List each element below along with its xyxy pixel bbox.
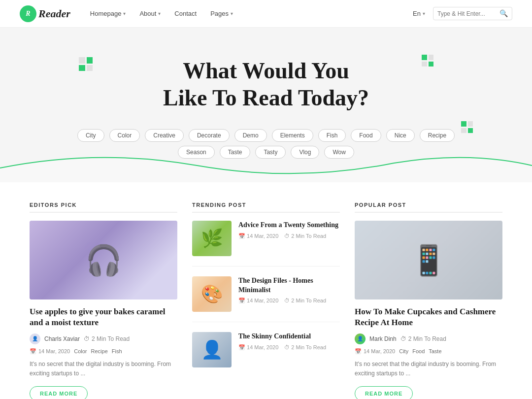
earbuds-illustration (30, 221, 177, 299)
post-read-time: ⏱ 2 Min To Read (284, 233, 326, 239)
editors-pick-image (30, 221, 177, 299)
category-tag[interactable]: Recipe (420, 129, 455, 142)
post-meta: 📅 14 Mar, 2020⏱ 2 Min To Read (238, 298, 340, 304)
post-meta: 📅 14 Mar, 2020⏱ 2 Min To Read (238, 344, 340, 351)
clock-icon: ⏱ (84, 335, 90, 342)
tag-color[interactable]: Color (74, 348, 87, 354)
post-date: 📅 14 Mar, 2020 (238, 344, 278, 351)
tag-fish[interactable]: Fish (112, 348, 122, 354)
search-icon[interactable]: 🔍 (499, 9, 508, 18)
chevron-down-icon: ▾ (423, 11, 425, 16)
article-excerpt: It's no secret that the digital industry… (30, 360, 177, 378)
meta-row: 📅 14 Mar, 2020 Color Recipe Fish (30, 348, 177, 355)
category-tag[interactable]: Nice (386, 129, 415, 142)
popular-meta-row: 📅 14 Mar, 2020 City Food Taste (355, 348, 502, 355)
read-more-button[interactable]: READ MORE (30, 386, 88, 399)
post-title[interactable]: The Design Files - Homes Minimalist (238, 276, 340, 294)
category-tags-row2: SeasonTasteTastyVlogWow (20, 146, 512, 159)
decoration-plus-right (422, 55, 433, 66)
post-thumbnail (192, 221, 232, 256)
editors-pick-title: EDITORS PICK (30, 202, 177, 213)
category-tag[interactable]: Creative (145, 129, 184, 142)
popular-author-row: 👤 Mark Dinh ⏱ 2 Min To Read (355, 333, 502, 344)
popular-author-name: Mark Dinh (369, 335, 397, 342)
nav-homepage[interactable]: Homepage ▾ (90, 10, 126, 17)
tag-recipe[interactable]: Recipe (91, 348, 108, 354)
category-tag[interactable]: Vlog (291, 146, 319, 159)
author-row: 👤 Charls Xaviar ⏱ 2 Min To Read (30, 333, 177, 344)
post-read-time: ⏱ 2 Min To Read (284, 298, 326, 303)
category-tag[interactable]: Tasty (255, 146, 286, 159)
trending-posts: Advice From a Twenty Something📅 14 Mar, … (192, 221, 340, 377)
trending-post-item: The Design Files - Homes Minimalist📅 14 … (192, 276, 340, 322)
post-thumbnail (192, 332, 232, 367)
editors-pick-article-title[interactable]: Use apples to give your bakes caramel an… (30, 306, 177, 328)
editors-pick-section: EDITORS PICK Use apples to give your bak… (30, 202, 177, 399)
nav-right: En ▾ 🔍 (413, 7, 512, 20)
tag-food[interactable]: Food (412, 348, 425, 354)
post-meta: 📅 14 Mar, 2020⏱ 2 Min To Read (238, 233, 340, 239)
calendar-icon: 📅 (355, 348, 362, 355)
logo[interactable]: R Reader (20, 5, 70, 22)
nav-links: Homepage ▾ About ▾ Contact Pages ▾ (90, 10, 413, 17)
read-time: ⏱ 2 Min To Read (84, 335, 130, 342)
category-tag[interactable]: Elements (272, 129, 313, 142)
popular-title: POPULAR POST (355, 202, 502, 213)
calendar-icon: 📅 (30, 348, 36, 355)
category-tag[interactable]: Fish (318, 129, 346, 142)
nav-contact[interactable]: Contact (174, 10, 197, 17)
navbar: R Reader Homepage ▾ About ▾ Contact Page… (0, 0, 532, 28)
popular-article-title[interactable]: How To Make Cupcakes and Cashmere Recipe… (355, 306, 502, 328)
clock-icon: ⏱ (400, 335, 406, 342)
category-tag[interactable]: City (77, 129, 104, 142)
post-date: 📅 14 Mar, 2020 (238, 298, 278, 304)
search-box: 🔍 (433, 7, 512, 20)
popular-section: POPULAR POST How To Make Cupcakes and Ca… (355, 202, 502, 399)
tag-city[interactable]: City (399, 348, 408, 354)
popular-excerpt: It's no secret that the digital industry… (355, 360, 502, 378)
chevron-down-icon: ▾ (123, 11, 126, 16)
decoration-plus-bottom-right (461, 121, 473, 133)
nav-pages[interactable]: Pages ▾ (210, 10, 233, 17)
nav-about[interactable]: About ▾ (139, 10, 161, 17)
author-name: Charls Xaviar (44, 335, 80, 342)
logo-icon: R (20, 5, 36, 22)
decoration-plus-left (79, 57, 93, 71)
logo-text: Reader (38, 7, 70, 20)
post-read-time: ⏱ 2 Min To Read (284, 344, 326, 350)
tag-taste[interactable]: Taste (429, 348, 441, 354)
post-date: 📅 14 Mar, 2020 (238, 233, 278, 239)
search-input[interactable] (437, 10, 497, 17)
trending-post-item: The Skinny Confidential📅 14 Mar, 2020⏱ 2… (192, 332, 340, 377)
hero-heading: What Would You Like To Read Today? (20, 57, 512, 111)
post-info: Advice From a Twenty Something📅 14 Mar, … (238, 221, 340, 256)
popular-main-image (355, 221, 502, 299)
category-tag[interactable]: Color (109, 129, 140, 142)
category-tag[interactable]: Decorate (189, 129, 230, 142)
avatar: 👤 (30, 333, 40, 344)
post-info: The Design Files - Homes Minimalist📅 14 … (238, 276, 340, 312)
category-tag[interactable]: Demo (234, 129, 267, 142)
post-info: The Skinny Confidential📅 14 Mar, 2020⏱ 2… (238, 332, 340, 367)
popular-read-more-button[interactable]: READ MORE (355, 386, 413, 399)
category-tag[interactable]: Food (351, 129, 381, 142)
category-tag[interactable]: Taste (220, 146, 251, 159)
category-tags-row1: CityColorCreativeDecorateDemoElementsFis… (20, 129, 512, 142)
hero-section: What Would You Like To Read Today? CityC… (0, 28, 532, 182)
category-tag[interactable]: Wow (324, 146, 354, 159)
post-thumbnail (192, 276, 232, 312)
chevron-down-icon: ▾ (231, 11, 233, 16)
category-tag[interactable]: Season (178, 146, 215, 159)
popular-date: 📅 14 Mar, 2020 (355, 348, 395, 355)
trending-post-item: Advice From a Twenty Something📅 14 Mar, … (192, 221, 340, 266)
avatar: 👤 (355, 333, 366, 344)
content-sections: EDITORS PICK Use apples to give your bak… (0, 182, 532, 399)
trending-section: TRENDING POST Advice From a Twenty Somet… (192, 202, 340, 399)
post-title[interactable]: The Skinny Confidential (238, 332, 340, 341)
article-date: 📅 14 Mar, 2020 (30, 348, 70, 355)
language-selector[interactable]: En ▾ (413, 10, 425, 17)
trending-title: TRENDING POST (192, 202, 340, 213)
post-title[interactable]: Advice From a Twenty Something (238, 221, 340, 230)
popular-read-time: ⏱ 2 Min To Read (400, 335, 446, 342)
chevron-down-icon: ▾ (158, 11, 161, 16)
